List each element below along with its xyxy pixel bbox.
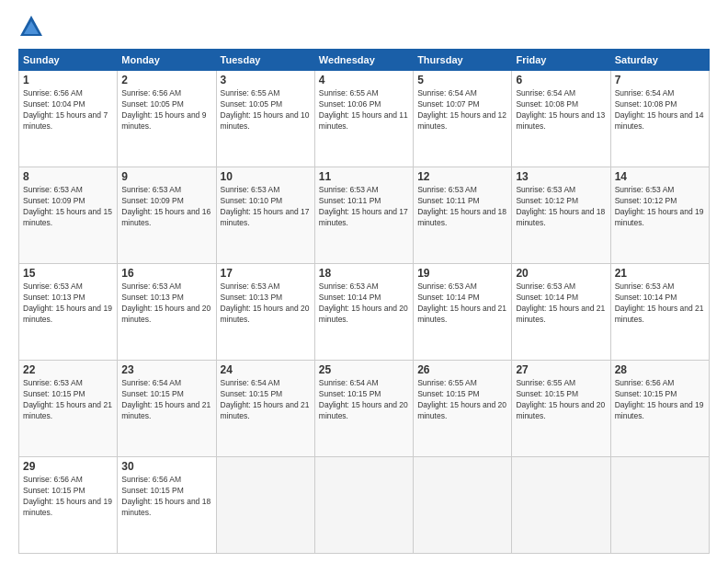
calendar-week-row: 8Sunrise: 6:53 AMSunset: 10:09 PMDayligh… — [19, 167, 710, 264]
calendar-table: SundayMondayTuesdayWednesdayThursdayFrid… — [18, 49, 710, 554]
calendar-cell: 11Sunrise: 6:53 AMSunset: 10:11 PMDaylig… — [314, 167, 413, 264]
day-number: 29 — [23, 460, 113, 473]
calendar-week-row: 22Sunrise: 6:53 AMSunset: 10:15 PMDaylig… — [19, 361, 710, 457]
day-info: Sunrise: 6:55 AMSunset: 10:15 PMDaylight… — [417, 378, 507, 422]
day-info: Sunrise: 6:54 AMSunset: 10:15 PMDaylight… — [319, 378, 409, 422]
day-info: Sunrise: 6:54 AMSunset: 10:15 PMDaylight… — [221, 378, 311, 422]
day-info: Sunrise: 6:53 AMSunset: 10:12 PMDaylight… — [516, 185, 606, 229]
calendar-cell: 30Sunrise: 6:56 AMSunset: 10:15 PMDaylig… — [118, 457, 216, 554]
calendar-cell — [314, 457, 413, 554]
day-number: 21 — [615, 267, 705, 280]
day-info: Sunrise: 6:54 AMSunset: 10:08 PMDaylight… — [615, 88, 705, 132]
day-number: 5 — [417, 74, 507, 86]
day-info: Sunrise: 6:53 AMSunset: 10:13 PMDaylight… — [221, 282, 311, 326]
calendar-cell: 29Sunrise: 6:56 AMSunset: 10:15 PMDaylig… — [19, 457, 118, 554]
weekday-header-row: SundayMondayTuesdayWednesdayThursdayFrid… — [19, 50, 710, 71]
calendar-cell: 28Sunrise: 6:56 AMSunset: 10:15 PMDaylig… — [610, 361, 709, 457]
weekday-header-wednesday: Wednesday — [314, 50, 413, 71]
day-info: Sunrise: 6:56 AMSunset: 10:04 PMDaylight… — [23, 88, 113, 132]
weekday-header-thursday: Thursday — [414, 50, 512, 71]
calendar-cell — [610, 457, 709, 554]
calendar-cell — [414, 457, 512, 554]
day-number: 16 — [121, 267, 211, 280]
day-number: 30 — [121, 460, 211, 473]
day-number: 12 — [417, 170, 507, 183]
day-number: 26 — [417, 363, 507, 376]
day-number: 10 — [221, 170, 311, 183]
day-info: Sunrise: 6:56 AMSunset: 10:05 PMDaylight… — [121, 88, 211, 132]
day-info: Sunrise: 6:53 AMSunset: 10:15 PMDaylight… — [23, 378, 113, 422]
weekday-header-saturday: Saturday — [610, 50, 709, 71]
calendar-cell: 5Sunrise: 6:54 AMSunset: 10:07 PMDayligh… — [414, 71, 512, 167]
day-number: 18 — [319, 267, 409, 280]
calendar-cell: 15Sunrise: 6:53 AMSunset: 10:13 PMDaylig… — [19, 264, 118, 361]
day-number: 1 — [23, 74, 113, 86]
day-number: 15 — [23, 267, 113, 280]
day-info: Sunrise: 6:53 AMSunset: 10:14 PMDaylight… — [516, 282, 606, 326]
day-info: Sunrise: 6:56 AMSunset: 10:15 PMDaylight… — [121, 475, 211, 519]
calendar-cell: 18Sunrise: 6:53 AMSunset: 10:14 PMDaylig… — [314, 264, 413, 361]
calendar-cell: 22Sunrise: 6:53 AMSunset: 10:15 PMDaylig… — [19, 361, 118, 457]
weekday-header-tuesday: Tuesday — [216, 50, 314, 71]
day-number: 23 — [121, 363, 211, 376]
calendar-cell: 7Sunrise: 6:54 AMSunset: 10:08 PMDayligh… — [610, 71, 709, 167]
calendar-cell: 16Sunrise: 6:53 AMSunset: 10:13 PMDaylig… — [118, 264, 216, 361]
weekday-header-monday: Monday — [118, 50, 216, 71]
calendar-cell: 13Sunrise: 6:53 AMSunset: 10:12 PMDaylig… — [512, 167, 610, 264]
day-number: 13 — [516, 170, 606, 183]
day-info: Sunrise: 6:55 AMSunset: 10:05 PMDaylight… — [221, 88, 311, 132]
calendar-week-row: 29Sunrise: 6:56 AMSunset: 10:15 PMDaylig… — [19, 457, 710, 554]
day-info: Sunrise: 6:53 AMSunset: 10:11 PMDaylight… — [417, 185, 507, 229]
calendar-cell: 26Sunrise: 6:55 AMSunset: 10:15 PMDaylig… — [414, 361, 512, 457]
day-info: Sunrise: 6:54 AMSunset: 10:08 PMDaylight… — [516, 88, 606, 132]
calendar-cell: 19Sunrise: 6:53 AMSunset: 10:14 PMDaylig… — [414, 264, 512, 361]
calendar-page: SundayMondayTuesdayWednesdayThursdayFrid… — [0, 0, 728, 563]
weekday-header-friday: Friday — [512, 50, 610, 71]
day-number: 17 — [221, 267, 311, 280]
day-number: 28 — [615, 363, 705, 376]
calendar-cell: 9Sunrise: 6:53 AMSunset: 10:09 PMDayligh… — [118, 167, 216, 264]
calendar-cell: 17Sunrise: 6:53 AMSunset: 10:13 PMDaylig… — [216, 264, 314, 361]
day-number: 11 — [319, 170, 409, 183]
day-number: 3 — [221, 74, 311, 86]
calendar-cell: 12Sunrise: 6:53 AMSunset: 10:11 PMDaylig… — [414, 167, 512, 264]
day-number: 20 — [516, 267, 606, 280]
calendar-cell: 3Sunrise: 6:55 AMSunset: 10:05 PMDayligh… — [216, 71, 314, 167]
day-number: 7 — [615, 74, 705, 86]
logo — [18, 14, 50, 40]
day-info: Sunrise: 6:53 AMSunset: 10:14 PMDaylight… — [615, 282, 705, 326]
header — [18, 14, 710, 40]
calendar-cell: 4Sunrise: 6:55 AMSunset: 10:06 PMDayligh… — [314, 71, 413, 167]
day-info: Sunrise: 6:53 AMSunset: 10:14 PMDaylight… — [319, 282, 409, 326]
day-info: Sunrise: 6:54 AMSunset: 10:15 PMDaylight… — [121, 378, 211, 422]
day-number: 27 — [516, 363, 606, 376]
day-info: Sunrise: 6:53 AMSunset: 10:13 PMDaylight… — [23, 282, 113, 326]
calendar-cell: 10Sunrise: 6:53 AMSunset: 10:10 PMDaylig… — [216, 167, 314, 264]
day-info: Sunrise: 6:56 AMSunset: 10:15 PMDaylight… — [615, 378, 705, 422]
calendar-cell: 8Sunrise: 6:53 AMSunset: 10:09 PMDayligh… — [19, 167, 118, 264]
day-info: Sunrise: 6:54 AMSunset: 10:07 PMDaylight… — [417, 88, 507, 132]
calendar-cell: 23Sunrise: 6:54 AMSunset: 10:15 PMDaylig… — [118, 361, 216, 457]
calendar-cell: 1Sunrise: 6:56 AMSunset: 10:04 PMDayligh… — [19, 71, 118, 167]
calendar-cell: 24Sunrise: 6:54 AMSunset: 10:15 PMDaylig… — [216, 361, 314, 457]
day-number: 4 — [319, 74, 409, 86]
day-info: Sunrise: 6:55 AMSunset: 10:15 PMDaylight… — [516, 378, 606, 422]
day-number: 24 — [221, 363, 311, 376]
calendar-cell — [216, 457, 314, 554]
day-info: Sunrise: 6:56 AMSunset: 10:15 PMDaylight… — [23, 475, 113, 519]
calendar-cell: 2Sunrise: 6:56 AMSunset: 10:05 PMDayligh… — [118, 71, 216, 167]
calendar-cell: 6Sunrise: 6:54 AMSunset: 10:08 PMDayligh… — [512, 71, 610, 167]
day-number: 9 — [121, 170, 211, 183]
weekday-header-sunday: Sunday — [19, 50, 118, 71]
calendar-week-row: 1Sunrise: 6:56 AMSunset: 10:04 PMDayligh… — [19, 71, 710, 167]
calendar-cell: 27Sunrise: 6:55 AMSunset: 10:15 PMDaylig… — [512, 361, 610, 457]
day-info: Sunrise: 6:53 AMSunset: 10:09 PMDaylight… — [121, 185, 211, 229]
calendar-cell: 21Sunrise: 6:53 AMSunset: 10:14 PMDaylig… — [610, 264, 709, 361]
calendar-cell: 25Sunrise: 6:54 AMSunset: 10:15 PMDaylig… — [314, 361, 413, 457]
day-info: Sunrise: 6:53 AMSunset: 10:10 PMDaylight… — [221, 185, 311, 229]
day-info: Sunrise: 6:55 AMSunset: 10:06 PMDaylight… — [319, 88, 409, 132]
day-number: 2 — [121, 74, 211, 86]
day-info: Sunrise: 6:53 AMSunset: 10:14 PMDaylight… — [417, 282, 507, 326]
day-info: Sunrise: 6:53 AMSunset: 10:12 PMDaylight… — [615, 185, 705, 229]
day-number: 14 — [615, 170, 705, 183]
